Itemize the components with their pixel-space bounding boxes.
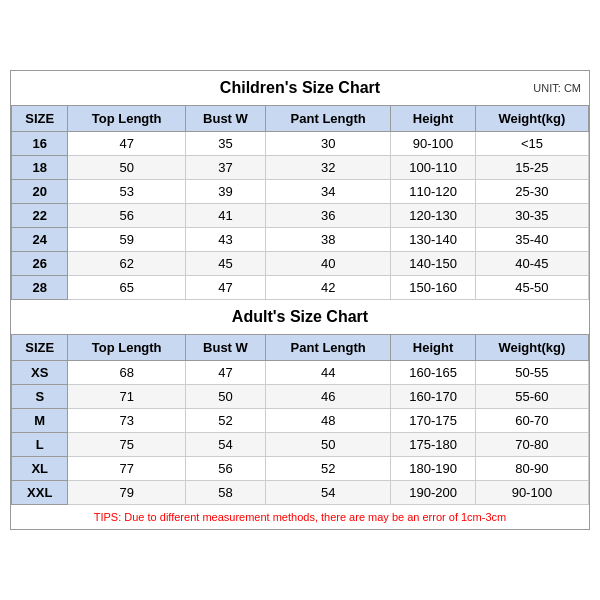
data-cell: 50 [185, 385, 265, 409]
children-title-text: Children's Size Chart [220, 79, 380, 96]
data-cell: 34 [266, 180, 391, 204]
table-row: XXL795854190-20090-100 [12, 481, 589, 505]
data-cell: 160-170 [391, 385, 476, 409]
data-cell: 73 [68, 409, 185, 433]
data-cell: 45 [185, 252, 265, 276]
adult-title-text: Adult's Size Chart [232, 308, 368, 325]
size-cell: 20 [12, 180, 68, 204]
data-cell: 37 [185, 156, 265, 180]
data-cell: 47 [68, 132, 185, 156]
data-cell: 38 [266, 228, 391, 252]
data-cell: 56 [185, 457, 265, 481]
data-cell: 90-100 [391, 132, 476, 156]
data-cell: 62 [68, 252, 185, 276]
data-cell: 54 [266, 481, 391, 505]
data-cell: 52 [185, 409, 265, 433]
table-row: XL775652180-19080-90 [12, 457, 589, 481]
adult-header-height: Height [391, 335, 476, 361]
children-table: SIZE Top Length Bust W Pant Length Heigh… [11, 105, 589, 300]
data-cell: 47 [185, 276, 265, 300]
adult-title: Adult's Size Chart [11, 300, 589, 334]
data-cell: 80-90 [475, 457, 588, 481]
table-row: 28654742150-16045-50 [12, 276, 589, 300]
data-cell: 36 [266, 204, 391, 228]
table-row: 20533934110-12025-30 [12, 180, 589, 204]
size-cell: 28 [12, 276, 68, 300]
table-row: 22564136120-13030-35 [12, 204, 589, 228]
data-cell: <15 [475, 132, 588, 156]
children-title: Children's Size Chart UNIT: CM [11, 71, 589, 105]
data-cell: 68 [68, 361, 185, 385]
data-cell: 175-180 [391, 433, 476, 457]
table-row: XS684744160-16550-55 [12, 361, 589, 385]
data-cell: 77 [68, 457, 185, 481]
children-header-size: SIZE [12, 106, 68, 132]
data-cell: 190-200 [391, 481, 476, 505]
size-cell: 18 [12, 156, 68, 180]
size-cell: 26 [12, 252, 68, 276]
data-cell: 53 [68, 180, 185, 204]
data-cell: 140-150 [391, 252, 476, 276]
unit-label: UNIT: CM [533, 82, 581, 94]
data-cell: 41 [185, 204, 265, 228]
data-cell: 79 [68, 481, 185, 505]
data-cell: 39 [185, 180, 265, 204]
size-cell: M [12, 409, 68, 433]
data-cell: 48 [266, 409, 391, 433]
children-header-weight: Weight(kg) [475, 106, 588, 132]
data-cell: 32 [266, 156, 391, 180]
data-cell: 45-50 [475, 276, 588, 300]
data-cell: 56 [68, 204, 185, 228]
adult-header-pant-length: Pant Length [266, 335, 391, 361]
table-row: 24594338130-14035-40 [12, 228, 589, 252]
data-cell: 25-30 [475, 180, 588, 204]
children-header-top-length: Top Length [68, 106, 185, 132]
data-cell: 35-40 [475, 228, 588, 252]
data-cell: 75 [68, 433, 185, 457]
size-cell: XS [12, 361, 68, 385]
data-cell: 30-35 [475, 204, 588, 228]
size-cell: 22 [12, 204, 68, 228]
data-cell: 160-165 [391, 361, 476, 385]
data-cell: 52 [266, 457, 391, 481]
data-cell: 110-120 [391, 180, 476, 204]
adult-table-body: XS684744160-16550-55S715046160-17055-60M… [12, 361, 589, 505]
children-table-header: SIZE Top Length Bust W Pant Length Heigh… [12, 106, 589, 132]
data-cell: 35 [185, 132, 265, 156]
data-cell: 59 [68, 228, 185, 252]
size-cell: L [12, 433, 68, 457]
adult-table: SIZE Top Length Bust W Pant Length Heigh… [11, 334, 589, 505]
data-cell: 42 [266, 276, 391, 300]
children-header-pant-length: Pant Length [266, 106, 391, 132]
table-row: S715046160-17055-60 [12, 385, 589, 409]
data-cell: 46 [266, 385, 391, 409]
children-header-bust-w: Bust W [185, 106, 265, 132]
table-row: 26624540140-15040-45 [12, 252, 589, 276]
data-cell: 40 [266, 252, 391, 276]
adult-header-size: SIZE [12, 335, 68, 361]
size-cell: 16 [12, 132, 68, 156]
table-row: L755450175-18070-80 [12, 433, 589, 457]
data-cell: 47 [185, 361, 265, 385]
data-cell: 60-70 [475, 409, 588, 433]
children-table-body: 1647353090-100<1518503732100-11015-25205… [12, 132, 589, 300]
data-cell: 50-55 [475, 361, 588, 385]
data-cell: 65 [68, 276, 185, 300]
data-cell: 50 [68, 156, 185, 180]
data-cell: 58 [185, 481, 265, 505]
table-row: M735248170-17560-70 [12, 409, 589, 433]
adult-header-top-length: Top Length [68, 335, 185, 361]
adult-header-weight: Weight(kg) [475, 335, 588, 361]
data-cell: 44 [266, 361, 391, 385]
table-row: 1647353090-100<15 [12, 132, 589, 156]
size-cell: XL [12, 457, 68, 481]
size-cell: S [12, 385, 68, 409]
adult-header-bust-w: Bust W [185, 335, 265, 361]
tips-text: TIPS: Due to different measurement metho… [11, 505, 589, 529]
data-cell: 54 [185, 433, 265, 457]
data-cell: 30 [266, 132, 391, 156]
data-cell: 43 [185, 228, 265, 252]
size-cell: 24 [12, 228, 68, 252]
data-cell: 15-25 [475, 156, 588, 180]
data-cell: 120-130 [391, 204, 476, 228]
